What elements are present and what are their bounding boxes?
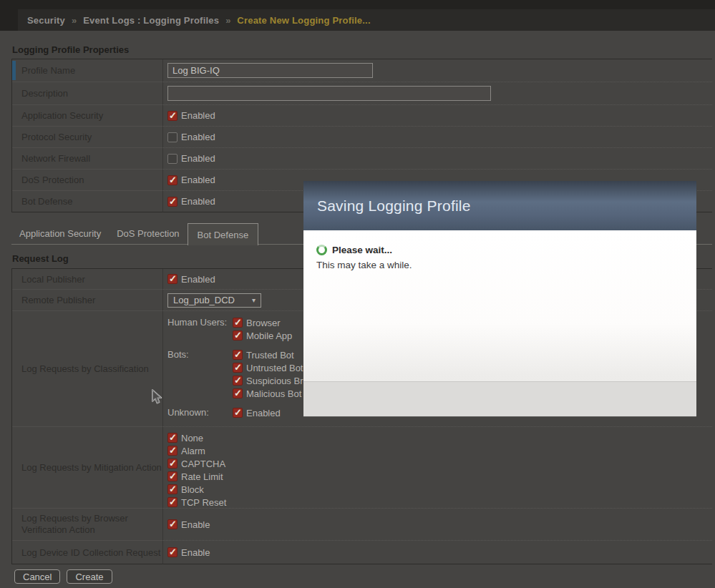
device-id-label: Log Device ID Collection Request [12, 541, 163, 564]
captcha-checkbox[interactable] [167, 459, 177, 469]
profile-name-row: Profile Name [12, 59, 712, 82]
local-publisher-label: Local Publisher [12, 269, 163, 290]
saving-dialog-body: Please wait... This may take a while. [303, 230, 696, 417]
network-firewall-checkbox[interactable] [167, 154, 177, 164]
request-log-section-title: Request Log [12, 253, 69, 264]
spinner-icon [316, 245, 327, 255]
browser-verification-checkbox[interactable] [167, 519, 177, 529]
checkbox-caption: Enabled [181, 175, 215, 185]
app-window: Security » Event Logs : Logging Profiles… [0, 0, 715, 588]
description-row: Description [12, 82, 712, 105]
breadcrumb-item-create-profile: Create New Logging Profile... [237, 15, 370, 26]
checkbox-caption: Mobile App [246, 330, 292, 341]
selected-option: Log_pub_DCD [173, 295, 235, 305]
form-actions: Cancel Create [14, 569, 112, 584]
device-id-row: Log Device ID Collection Request Enable [12, 541, 712, 564]
browser-checkbox[interactable] [233, 318, 243, 328]
checkbox-caption: None [181, 433, 203, 444]
local-publisher-checkbox[interactable] [167, 274, 177, 284]
mobile-app-checkbox[interactable] [233, 330, 243, 340]
checkbox-caption: Browser [246, 318, 281, 328]
dos-protection-label: DoS Protection [12, 170, 163, 191]
checkbox-caption: Trusted Bot [246, 350, 294, 361]
checkbox-caption: Alarm [181, 446, 205, 456]
trusted-bot-checkbox[interactable] [233, 350, 243, 360]
application-security-row: Application Security Enabled [12, 105, 712, 127]
please-wait-submessage: This may take a while. [316, 260, 412, 270]
browser-verification-label: Log Requests by Browser Verification Act… [12, 509, 163, 541]
network-firewall-label: Network Firewall [12, 148, 163, 170]
chevron-down-icon: ▾ [252, 296, 256, 304]
checkbox-caption: Enabled [181, 110, 215, 121]
none-checkbox[interactable] [167, 433, 177, 443]
block-checkbox[interactable] [167, 484, 177, 494]
mitigation-row: Log Requests by Mitigation Action None A… [12, 427, 712, 509]
tab-bot-defense[interactable]: Bot Defense [188, 223, 259, 245]
profile-name-label: Profile Name [12, 59, 163, 82]
required-accent-bar [12, 61, 16, 80]
checkbox-caption: Rate Limit [181, 471, 223, 482]
checkbox-caption: Enabled [181, 274, 215, 285]
remote-publisher-select[interactable]: Log_pub_DCD ▾ [167, 293, 261, 308]
checkbox-caption: Block [181, 484, 204, 495]
untrusted-bot-checkbox[interactable] [233, 363, 243, 373]
browser-verification-row: Log Requests by Browser Verification Act… [12, 509, 712, 541]
protocol-security-checkbox[interactable] [167, 132, 177, 142]
bot-defense-checkbox[interactable] [167, 197, 177, 207]
mitigation-label: Log Requests by Mitigation Action [12, 427, 163, 509]
breadcrumb-item-security[interactable]: Security [27, 15, 65, 26]
properties-section-title: Logging Profile Properties [12, 44, 129, 55]
please-wait-message: Please wait... [332, 245, 392, 255]
bots-group-label: Bots: [167, 348, 233, 400]
checkbox-caption: Untrusted Bot [246, 363, 303, 373]
saving-dialog-footer [303, 381, 696, 416]
checkbox-caption: CAPTCHA [181, 459, 225, 469]
checkbox-caption: Enabled [181, 153, 215, 164]
saving-dialog: Saving Logging Profile Please wait... Th… [303, 181, 696, 417]
tab-application-security[interactable]: Application Security [11, 223, 109, 245]
breadcrumb-separator: » [72, 15, 77, 26]
bot-defense-label: Bot Defense [12, 191, 163, 212]
application-security-label: Application Security [12, 105, 163, 127]
checkbox-caption: Enabled [181, 132, 215, 142]
saving-dialog-header: Saving Logging Profile [303, 181, 696, 230]
protocol-security-label: Protocol Security [12, 127, 163, 148]
checkbox-caption: Enabled [246, 408, 281, 418]
unknown-group-label: Unknown: [167, 406, 233, 419]
tab-dos-protection[interactable]: DoS Protection [109, 223, 187, 245]
human-users-group-label: Human Users: [167, 316, 233, 342]
remote-publisher-label: Remote Publisher [12, 290, 163, 311]
saving-dialog-title: Saving Logging Profile [317, 197, 471, 215]
checkbox-caption: Enabled [181, 196, 215, 207]
malicious-bot-checkbox[interactable] [233, 388, 243, 398]
description-input[interactable] [167, 86, 491, 101]
application-security-checkbox[interactable] [167, 111, 177, 121]
checkbox-caption: Enable [181, 519, 210, 530]
rate-limit-checkbox[interactable] [167, 471, 177, 481]
network-firewall-row: Network Firewall Enabled [12, 148, 712, 170]
dos-protection-checkbox[interactable] [167, 175, 177, 185]
create-button[interactable]: Create [67, 569, 112, 584]
suspicious-browser-checkbox[interactable] [233, 376, 243, 386]
unknown-enabled-checkbox[interactable] [233, 408, 243, 418]
device-id-checkbox[interactable] [167, 547, 177, 557]
description-label: Description [12, 82, 163, 105]
protocol-security-row: Protocol Security Enabled [12, 127, 712, 148]
cancel-button[interactable]: Cancel [14, 569, 60, 584]
breadcrumb-separator: » [225, 15, 230, 26]
mouse-cursor [151, 389, 163, 408]
checkbox-caption: Enable [181, 547, 210, 558]
checkbox-caption: Malicious Bot [246, 388, 301, 399]
tcp-reset-checkbox[interactable] [167, 497, 177, 507]
profile-name-input[interactable] [167, 63, 373, 78]
alarm-checkbox[interactable] [167, 446, 177, 456]
breadcrumb: Security » Event Logs : Logging Profiles… [18, 9, 715, 31]
classification-label: Log Requests by Classification [12, 311, 163, 427]
checkbox-caption: TCP Reset [181, 497, 226, 508]
breadcrumb-item-event-logs[interactable]: Event Logs : Logging Profiles [83, 15, 219, 26]
